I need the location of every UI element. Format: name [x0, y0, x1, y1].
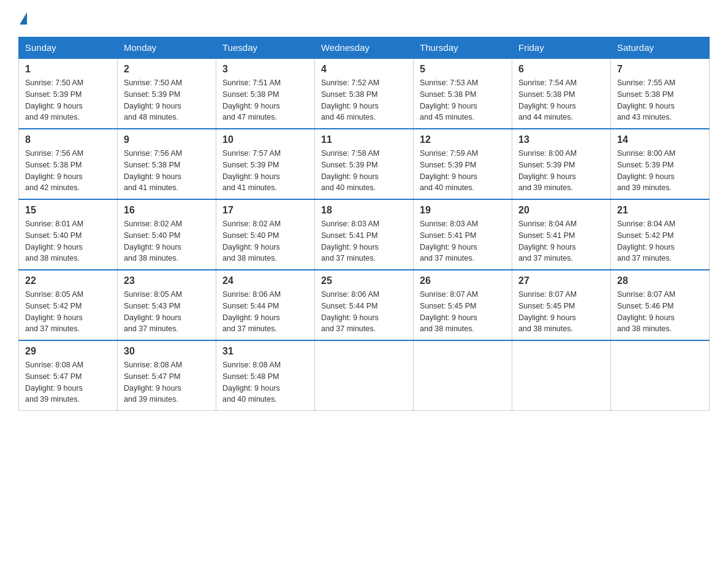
- header-cell-monday: Monday: [118, 37, 216, 59]
- logo: [18, 12, 28, 25]
- day-cell: 4Sunrise: 7:52 AMSunset: 5:38 PMDaylight…: [315, 58, 414, 129]
- day-number: 17: [222, 205, 308, 216]
- day-cell: 17Sunrise: 8:02 AMSunset: 5:40 PMDayligh…: [216, 199, 315, 270]
- day-cell: 11Sunrise: 7:58 AMSunset: 5:39 PMDayligh…: [315, 129, 414, 199]
- day-number: 16: [124, 205, 210, 216]
- page-header: [18, 12, 710, 25]
- day-cell: 2Sunrise: 7:50 AMSunset: 5:39 PMDaylight…: [118, 58, 216, 129]
- day-cell: 3Sunrise: 7:51 AMSunset: 5:38 PMDaylight…: [216, 58, 315, 129]
- day-info: Sunrise: 8:03 AMSunset: 5:41 PMDaylight:…: [420, 218, 506, 264]
- day-cell: [315, 340, 414, 411]
- day-cell: 26Sunrise: 8:07 AMSunset: 5:45 PMDayligh…: [414, 270, 512, 340]
- day-number: 7: [617, 64, 703, 75]
- day-cell: 18Sunrise: 8:03 AMSunset: 5:41 PMDayligh…: [315, 199, 414, 270]
- day-info: Sunrise: 7:51 AMSunset: 5:38 PMDaylight:…: [222, 77, 308, 123]
- week-row-1: 1Sunrise: 7:50 AMSunset: 5:39 PMDaylight…: [19, 58, 710, 129]
- day-info: Sunrise: 7:59 AMSunset: 5:39 PMDaylight:…: [420, 148, 506, 194]
- day-cell: 10Sunrise: 7:57 AMSunset: 5:39 PMDayligh…: [216, 129, 315, 199]
- day-info: Sunrise: 7:56 AMSunset: 5:38 PMDaylight:…: [124, 148, 210, 194]
- day-cell: 29Sunrise: 8:08 AMSunset: 5:47 PMDayligh…: [19, 340, 118, 411]
- day-info: Sunrise: 8:04 AMSunset: 5:41 PMDaylight:…: [518, 218, 604, 264]
- day-number: 25: [321, 275, 407, 286]
- day-info: Sunrise: 8:02 AMSunset: 5:40 PMDaylight:…: [222, 218, 308, 264]
- header-cell-wednesday: Wednesday: [315, 37, 414, 59]
- day-info: Sunrise: 8:07 AMSunset: 5:45 PMDaylight:…: [420, 289, 506, 335]
- day-cell: 12Sunrise: 7:59 AMSunset: 5:39 PMDayligh…: [414, 129, 512, 199]
- day-cell: 25Sunrise: 8:06 AMSunset: 5:44 PMDayligh…: [315, 270, 414, 340]
- day-number: 5: [420, 64, 506, 75]
- day-number: 28: [617, 275, 703, 286]
- day-number: 31: [222, 346, 308, 357]
- day-number: 15: [25, 205, 111, 216]
- day-cell: 16Sunrise: 8:02 AMSunset: 5:40 PMDayligh…: [118, 199, 216, 270]
- header-cell-thursday: Thursday: [414, 37, 512, 59]
- day-number: 11: [321, 134, 407, 145]
- day-info: Sunrise: 8:00 AMSunset: 5:39 PMDaylight:…: [518, 148, 604, 194]
- day-info: Sunrise: 8:08 AMSunset: 5:48 PMDaylight:…: [222, 359, 308, 405]
- day-cell: 15Sunrise: 8:01 AMSunset: 5:40 PMDayligh…: [19, 199, 118, 270]
- day-cell: [414, 340, 512, 411]
- day-number: 12: [420, 134, 506, 145]
- day-number: 1: [25, 64, 111, 75]
- day-info: Sunrise: 8:08 AMSunset: 5:47 PMDaylight:…: [25, 359, 111, 405]
- day-number: 10: [222, 134, 308, 145]
- day-cell: 13Sunrise: 8:00 AMSunset: 5:39 PMDayligh…: [512, 129, 611, 199]
- day-info: Sunrise: 7:56 AMSunset: 5:38 PMDaylight:…: [25, 148, 111, 194]
- day-info: Sunrise: 8:01 AMSunset: 5:40 PMDaylight:…: [25, 218, 111, 264]
- day-cell: 14Sunrise: 8:00 AMSunset: 5:39 PMDayligh…: [611, 129, 710, 199]
- day-number: 19: [420, 205, 506, 216]
- header-cell-sunday: Sunday: [19, 37, 118, 59]
- week-row-2: 8Sunrise: 7:56 AMSunset: 5:38 PMDaylight…: [19, 129, 710, 199]
- day-cell: 21Sunrise: 8:04 AMSunset: 5:42 PMDayligh…: [611, 199, 710, 270]
- day-number: 9: [124, 134, 210, 145]
- day-cell: 24Sunrise: 8:06 AMSunset: 5:44 PMDayligh…: [216, 270, 315, 340]
- week-row-5: 29Sunrise: 8:08 AMSunset: 5:47 PMDayligh…: [19, 340, 710, 411]
- day-info: Sunrise: 8:04 AMSunset: 5:42 PMDaylight:…: [617, 218, 703, 264]
- day-cell: [512, 340, 611, 411]
- header-cell-friday: Friday: [512, 37, 611, 59]
- day-info: Sunrise: 7:53 AMSunset: 5:38 PMDaylight:…: [420, 77, 506, 123]
- day-number: 4: [321, 64, 407, 75]
- day-cell: 8Sunrise: 7:56 AMSunset: 5:38 PMDaylight…: [19, 129, 118, 199]
- day-number: 18: [321, 205, 407, 216]
- day-cell: 27Sunrise: 8:07 AMSunset: 5:45 PMDayligh…: [512, 270, 611, 340]
- day-cell: 9Sunrise: 7:56 AMSunset: 5:38 PMDaylight…: [118, 129, 216, 199]
- header-cell-saturday: Saturday: [611, 37, 710, 59]
- day-info: Sunrise: 8:06 AMSunset: 5:44 PMDaylight:…: [321, 289, 407, 335]
- day-number: 6: [518, 64, 604, 75]
- calendar-table: SundayMondayTuesdayWednesdayThursdayFrid…: [18, 37, 710, 411]
- day-number: 23: [124, 275, 210, 286]
- day-info: Sunrise: 7:50 AMSunset: 5:39 PMDaylight:…: [124, 77, 210, 123]
- day-cell: 22Sunrise: 8:05 AMSunset: 5:42 PMDayligh…: [19, 270, 118, 340]
- day-info: Sunrise: 8:03 AMSunset: 5:41 PMDaylight:…: [321, 218, 407, 264]
- calendar-header: SundayMondayTuesdayWednesdayThursdayFrid…: [19, 37, 710, 59]
- day-number: 30: [124, 346, 210, 357]
- day-info: Sunrise: 8:07 AMSunset: 5:46 PMDaylight:…: [617, 289, 703, 335]
- day-cell: 23Sunrise: 8:05 AMSunset: 5:43 PMDayligh…: [118, 270, 216, 340]
- day-cell: 19Sunrise: 8:03 AMSunset: 5:41 PMDayligh…: [414, 199, 512, 270]
- logo-triangle-icon: [20, 12, 27, 25]
- day-cell: 6Sunrise: 7:54 AMSunset: 5:38 PMDaylight…: [512, 58, 611, 129]
- day-info: Sunrise: 7:58 AMSunset: 5:39 PMDaylight:…: [321, 148, 407, 194]
- day-info: Sunrise: 8:07 AMSunset: 5:45 PMDaylight:…: [518, 289, 604, 335]
- day-number: 29: [25, 346, 111, 357]
- day-info: Sunrise: 7:55 AMSunset: 5:38 PMDaylight:…: [617, 77, 703, 123]
- day-cell: [611, 340, 710, 411]
- week-row-3: 15Sunrise: 8:01 AMSunset: 5:40 PMDayligh…: [19, 199, 710, 270]
- day-number: 14: [617, 134, 703, 145]
- day-number: 3: [222, 64, 308, 75]
- day-cell: 1Sunrise: 7:50 AMSunset: 5:39 PMDaylight…: [19, 58, 118, 129]
- day-info: Sunrise: 7:52 AMSunset: 5:38 PMDaylight:…: [321, 77, 407, 123]
- day-number: 8: [25, 134, 111, 145]
- day-info: Sunrise: 8:05 AMSunset: 5:42 PMDaylight:…: [25, 289, 111, 335]
- day-number: 2: [124, 64, 210, 75]
- calendar-body: 1Sunrise: 7:50 AMSunset: 5:39 PMDaylight…: [19, 58, 710, 411]
- day-cell: 20Sunrise: 8:04 AMSunset: 5:41 PMDayligh…: [512, 199, 611, 270]
- day-info: Sunrise: 8:00 AMSunset: 5:39 PMDaylight:…: [617, 148, 703, 194]
- day-info: Sunrise: 8:08 AMSunset: 5:47 PMDaylight:…: [124, 359, 210, 405]
- day-cell: 5Sunrise: 7:53 AMSunset: 5:38 PMDaylight…: [414, 58, 512, 129]
- day-number: 26: [420, 275, 506, 286]
- day-number: 21: [617, 205, 703, 216]
- day-info: Sunrise: 8:05 AMSunset: 5:43 PMDaylight:…: [124, 289, 210, 335]
- header-row: SundayMondayTuesdayWednesdayThursdayFrid…: [19, 37, 710, 59]
